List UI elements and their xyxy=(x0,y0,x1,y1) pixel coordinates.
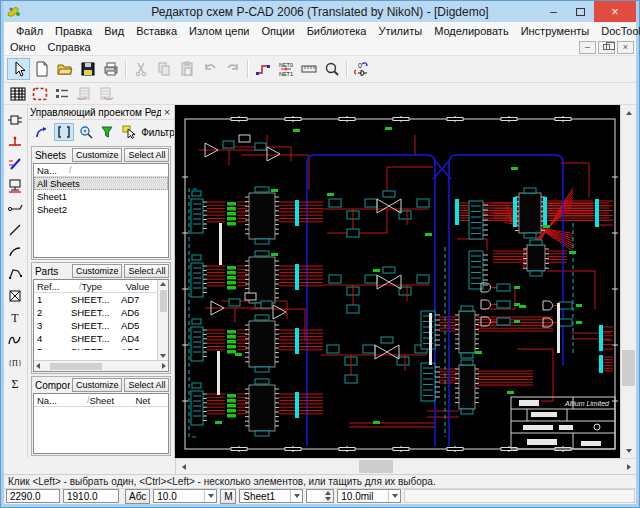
place-attribute-button[interactable]: {П} xyxy=(4,351,26,372)
menu-item-5[interactable]: Излом цепи xyxy=(183,25,256,37)
menu-item-window-2[interactable]: Справка xyxy=(42,41,97,53)
sheets-selectall-button[interactable]: Select All xyxy=(124,148,169,162)
parts-row-5[interactable]: 5SHEETAD3 xyxy=(34,345,158,350)
parts-col-ref[interactable]: Ref... xyxy=(37,281,67,292)
import-sheet-button[interactable] xyxy=(73,84,95,104)
scroll-thumb[interactable] xyxy=(359,460,393,473)
canvas-vertical-scrollbar[interactable] xyxy=(620,105,636,458)
zoom-to-button[interactable] xyxy=(76,123,96,141)
chevron-down-icon[interactable] xyxy=(388,490,400,502)
components-column-header[interactable]: Na.../SheetNet xyxy=(34,394,169,407)
menu-item-4[interactable]: Вставка xyxy=(130,25,183,37)
copy-button[interactable] xyxy=(152,58,175,80)
print-button[interactable] xyxy=(99,58,122,80)
place-line-button[interactable] xyxy=(4,219,26,240)
menu-item-1[interactable]: Файл xyxy=(10,25,49,37)
measure-button[interactable] xyxy=(297,58,320,80)
paste-button[interactable] xyxy=(175,58,198,80)
spinner-field[interactable] xyxy=(306,489,323,503)
scroll-right-icon[interactable] xyxy=(621,459,636,473)
bom-list-button[interactable] xyxy=(51,84,73,104)
scroll-down-icon[interactable] xyxy=(160,354,166,358)
mdi-close-button[interactable]: × xyxy=(617,41,634,54)
place-field-button[interactable]: Σ xyxy=(4,373,26,394)
place-wire-button[interactable] xyxy=(251,58,274,80)
zoom-spinner[interactable] xyxy=(306,489,334,503)
line-width-combo[interactable]: 10.0mil xyxy=(337,489,401,503)
sheets-column-header[interactable]: Na.../ xyxy=(34,164,169,177)
select-tool-button[interactable] xyxy=(7,58,30,80)
components-col-na[interactable]: Na... xyxy=(37,395,75,406)
sheet-row-all-sheets[interactable]: All Sheets xyxy=(34,177,169,190)
export-sheet-button[interactable] xyxy=(95,84,117,104)
panel-close-button[interactable]: × xyxy=(161,106,172,118)
scroll-thumb[interactable] xyxy=(50,363,102,370)
sheet-row-sheet1[interactable]: Sheet1 xyxy=(34,190,169,203)
x-coordinate-field[interactable]: 2290.0 xyxy=(6,489,60,503)
components-col-net[interactable]: Net xyxy=(135,395,163,406)
sheet-row-sheet2[interactable]: Sheet2 xyxy=(34,203,169,216)
schematic-canvas[interactable]: Altium Limited xyxy=(175,105,620,458)
abs-rel-button[interactable]: Абс xyxy=(125,489,150,504)
select-rect-button[interactable] xyxy=(54,123,74,141)
place-refpoint-button[interactable] xyxy=(4,285,26,306)
place-port-button[interactable] xyxy=(4,175,26,196)
scroll-up-icon[interactable] xyxy=(621,105,636,120)
panel-title-bar[interactable]: Управляющий проектом Редактор × xyxy=(28,105,175,120)
scroll-left-icon[interactable] xyxy=(36,363,40,369)
menu-item-10[interactable]: Инструменты xyxy=(515,25,596,37)
chevron-down-icon[interactable] xyxy=(204,490,216,502)
parts-list[interactable]: Ref.../TypeValue 1SHEET...AD72SHEET...AD… xyxy=(33,279,170,372)
mdi-restore-button[interactable] xyxy=(598,41,615,54)
scroll-right-icon[interactable] xyxy=(162,363,166,369)
zoom-button[interactable] xyxy=(320,58,343,80)
menu-item-2[interactable]: Правка xyxy=(49,25,98,37)
place-part-button[interactable] xyxy=(4,109,26,130)
parts-vertical-scrollbar[interactable] xyxy=(157,280,168,360)
place-arc-button[interactable] xyxy=(4,241,26,262)
new-file-button[interactable] xyxy=(30,58,53,80)
select-cursor-button[interactable] xyxy=(119,123,139,141)
record-erc-button[interactable] xyxy=(29,84,51,104)
jump-to-button[interactable] xyxy=(32,123,52,141)
filter-button[interactable] xyxy=(97,123,117,141)
spin-down-icon[interactable] xyxy=(323,496,333,502)
sheets-list[interactable]: Na.../ All SheetsSheet1Sheet2 xyxy=(33,163,170,258)
parts-row-2[interactable]: 2SHEET...AD6 xyxy=(34,306,158,319)
parts-horizontal-scrollbar[interactable] xyxy=(34,360,169,371)
grid-spacing-combo[interactable]: 10.0 xyxy=(153,489,217,503)
save-button[interactable] xyxy=(76,58,99,80)
menu-item-11[interactable]: DocTool xyxy=(595,25,640,37)
place-text-button[interactable]: T xyxy=(4,307,26,328)
sheets-customize-button[interactable]: Customize xyxy=(72,148,123,162)
scroll-thumb[interactable] xyxy=(622,350,635,386)
components-list[interactable]: Na.../SheetNet xyxy=(33,393,170,454)
sheet-selector-combo[interactable]: Sheet1 xyxy=(239,489,303,503)
place-polygon-button[interactable] xyxy=(4,263,26,284)
rename-net-button[interactable]: NET0 NET1 xyxy=(274,58,297,80)
parts-customize-button[interactable]: Customize xyxy=(72,264,123,278)
parts-selectall-button[interactable]: Select All xyxy=(124,264,169,278)
menu-item-3[interactable]: Вид xyxy=(98,25,130,37)
scroll-up-icon[interactable] xyxy=(160,282,166,286)
components-selectall-button[interactable]: Select All xyxy=(124,378,169,392)
redo-button[interactable] xyxy=(221,58,244,80)
place-wire-button[interactable] xyxy=(4,131,26,152)
parts-column-header[interactable]: Ref.../TypeValue xyxy=(34,280,158,293)
place-bus-button[interactable] xyxy=(4,153,26,174)
place-ieee-symbol-button[interactable] xyxy=(4,329,26,350)
components-customize-button[interactable]: Customize xyxy=(72,378,123,392)
chevron-down-icon[interactable] xyxy=(290,490,302,502)
parts-col-value[interactable]: Value xyxy=(126,281,158,292)
scroll-thumb[interactable] xyxy=(160,290,167,312)
cut-button[interactable] xyxy=(129,58,152,80)
parts-row-1[interactable]: 1SHEET...AD7 xyxy=(34,293,158,306)
menu-item-6[interactable]: Опции xyxy=(256,25,301,37)
open-file-button[interactable] xyxy=(53,58,76,80)
titleblock-button[interactable] xyxy=(7,84,29,104)
place-pin-button[interactable] xyxy=(4,197,26,218)
mdi-minimize-button[interactable]: – xyxy=(579,41,596,54)
menu-item-9[interactable]: Моделировать xyxy=(428,25,515,37)
components-col-sheet[interactable]: Sheet xyxy=(89,395,135,406)
parts-row-4[interactable]: 4SHEET...AD4 xyxy=(34,332,158,345)
